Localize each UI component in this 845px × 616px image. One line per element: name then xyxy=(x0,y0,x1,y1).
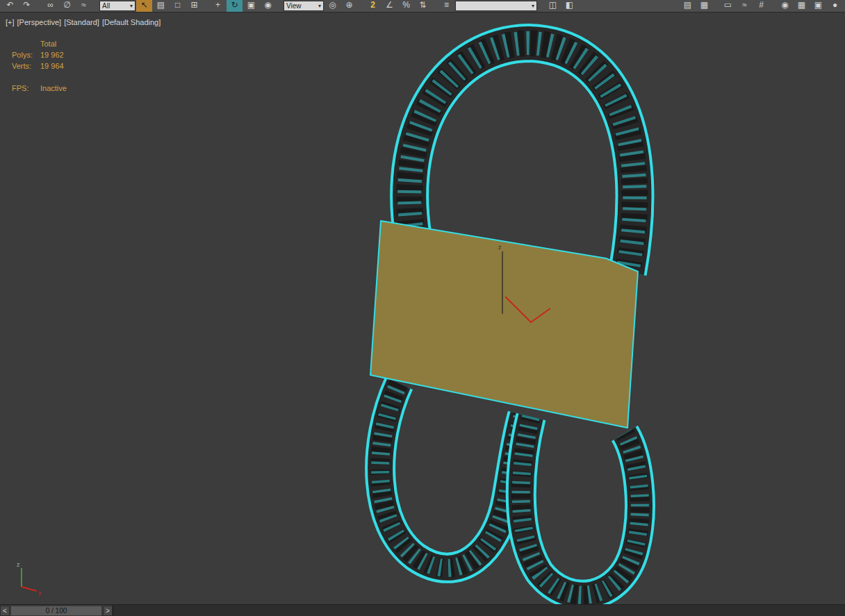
toolbar-separator xyxy=(277,0,283,13)
viewport-menu-general[interactable]: [+] xyxy=(6,18,15,26)
reference-coordinate-system-dropdown-value: View xyxy=(286,2,302,10)
stats-total-header: Total xyxy=(40,38,56,49)
toolbar-separator xyxy=(538,0,544,13)
toggle-scene-explorer-button[interactable]: ▤ xyxy=(680,0,696,13)
toolbar-separator xyxy=(92,0,99,13)
viewport-menu-pov[interactable]: [Perspective] xyxy=(17,18,62,26)
viewport-menu-shading[interactable]: [Default Shading] xyxy=(102,18,161,26)
edit-named-selection-sets-button[interactable]: ≡ xyxy=(438,0,454,13)
render-setup-button[interactable]: ▦ xyxy=(794,0,810,13)
world-axis-tripod: z x xyxy=(17,561,42,597)
toolbar-separator xyxy=(35,0,42,13)
time-slider[interactable]: 0 / 100 xyxy=(10,606,102,616)
named-selection-sets-dropdown[interactable]: ▾ xyxy=(455,1,537,11)
mirror-button[interactable]: ◫ xyxy=(545,0,561,13)
stats-polys-label: Polys: xyxy=(12,49,40,60)
viewport-menu-render-preset[interactable]: [Standard] xyxy=(64,18,99,26)
select-object-button[interactable]: ↖ xyxy=(136,0,152,13)
viewport-label: [+] [Perspective] [Standard] [Default Sh… xyxy=(6,18,161,26)
select-and-placement-button[interactable]: ◉ xyxy=(260,0,276,13)
previous-frame-button[interactable]: < xyxy=(0,606,10,616)
toggle-layer-explorer-button[interactable]: ▦ xyxy=(696,0,712,13)
stats-polys-row: Polys: 19 962 xyxy=(12,49,67,60)
statistics-overlay: Total Polys: 19 962 Verts: 19 964 FPS: I… xyxy=(12,38,67,94)
stats-verts-label: Verts: xyxy=(12,60,40,72)
world-axis-x-label: x xyxy=(38,590,42,597)
next-frame-button[interactable]: > xyxy=(103,606,113,616)
rendered-frame-window-button[interactable]: ▣ xyxy=(810,0,826,13)
snaps-toggle-button[interactable]: 2 xyxy=(365,0,381,13)
stats-verts-value: 19 964 xyxy=(40,60,64,72)
stats-fps-value: Inactive xyxy=(40,83,67,94)
window-crossing-toggle[interactable]: ⊞ xyxy=(186,0,202,13)
rectangular-selection-region-button[interactable]: □ xyxy=(170,0,186,13)
toolbar-separator xyxy=(713,0,719,13)
material-editor-button[interactable]: ◉ xyxy=(777,0,793,13)
unlink-selection-button[interactable]: ∅ xyxy=(59,0,75,13)
stats-fps-label: FPS: xyxy=(12,83,40,94)
angle-snap-toggle-button[interactable]: ∠ xyxy=(382,0,397,13)
use-pivot-point-center-button[interactable]: ◎ xyxy=(325,0,341,13)
spinner-snap-toggle-button[interactable]: ⇅ xyxy=(415,0,431,13)
stats-fps-row: FPS: Inactive xyxy=(12,83,67,94)
schematic-view-button[interactable]: # xyxy=(753,0,769,13)
toolbar-separator xyxy=(358,0,364,13)
belt-loop-right[interactable] xyxy=(521,417,640,595)
toolbar-separator xyxy=(770,0,776,13)
time-slider-bar: < 0 / 100 > xyxy=(0,604,845,616)
align-button[interactable]: ◧ xyxy=(561,0,577,13)
time-slider-track[interactable] xyxy=(113,605,845,616)
select-and-link-button[interactable]: ∞ xyxy=(42,0,58,13)
toolbar-separator xyxy=(432,0,438,13)
undo-button[interactable]: ↶ xyxy=(2,0,18,13)
viewport-canvas[interactable]: z z x xyxy=(0,0,845,616)
stats-header-row: Total xyxy=(12,38,67,49)
toolbar-separator xyxy=(203,0,209,13)
plane-object[interactable]: z xyxy=(370,221,638,428)
main-toolbar: ↶↷∞∅≈All▾↖▤□⊞+↻▣◉View▾◎⊕2∠%⇅≡▾◫◧▤▦▭≈#◉▦▣… xyxy=(0,0,845,13)
stats-spacer xyxy=(12,38,40,49)
percent-snap-toggle-button[interactable]: % xyxy=(398,0,414,13)
toolbar-separator xyxy=(578,0,679,13)
stats-verts-row: Verts: 19 964 xyxy=(12,60,67,72)
belt-loop-left[interactable] xyxy=(380,383,523,568)
chevron-down-icon: ▾ xyxy=(318,3,321,9)
select-and-scale-button[interactable]: ▣ xyxy=(243,0,259,13)
stats-gap xyxy=(12,72,67,83)
select-and-rotate-button[interactable]: ↻ xyxy=(227,0,243,13)
world-axis-z-label: z xyxy=(17,561,20,568)
world-axis-x-line xyxy=(22,587,37,591)
select-and-manipulate-button[interactable]: ⊕ xyxy=(341,0,357,13)
gizmo-z-label: z xyxy=(498,244,502,251)
bind-to-space-warp-button[interactable]: ≈ xyxy=(76,0,92,13)
toggle-ribbon-button[interactable]: ▭ xyxy=(720,0,736,13)
chevron-down-icon: ▾ xyxy=(130,3,133,9)
selection-filter-dropdown-value: All xyxy=(102,2,110,10)
reference-coordinate-system-dropdown[interactable]: View▾ xyxy=(284,1,324,11)
stats-polys-value: 19 962 xyxy=(40,49,64,60)
select-by-name-button[interactable]: ▤ xyxy=(153,0,169,13)
redo-button[interactable]: ↷ xyxy=(19,0,35,13)
curve-editor-button[interactable]: ≈ xyxy=(737,0,753,13)
select-and-move-button[interactable]: + xyxy=(210,0,226,13)
selection-filter-dropdown[interactable]: All▾ xyxy=(99,1,136,11)
chevron-down-icon: ▾ xyxy=(532,3,534,9)
render-production-button[interactable]: ● xyxy=(827,0,843,13)
3dsmax-window: z z x [+] [Perspective] [Standard] [Defa… xyxy=(0,0,845,616)
